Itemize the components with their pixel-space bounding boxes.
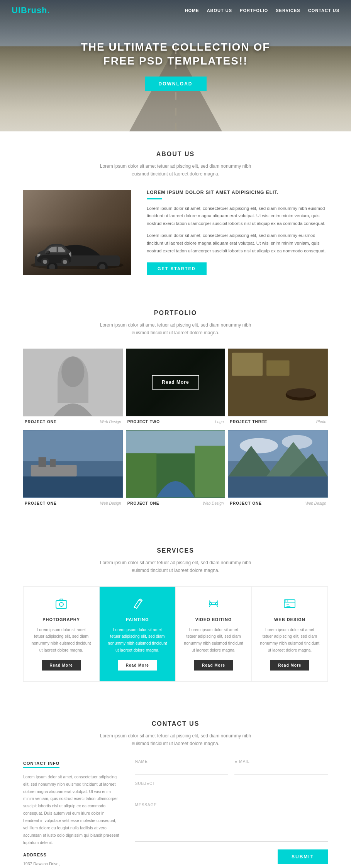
contact-subtitle: Lorem ipsum dolor sit amet tetuer adipis… [98,732,253,748]
portfolio-item-6: PROJECT ONE Web Design [228,430,328,509]
portfolio-caption-5: PROJECT ONE Web Design [126,498,226,509]
about-image [23,190,131,275]
submit-row: SUBMIT [135,849,328,864]
service-title-4: WEB DESIGN [260,617,320,622]
name-label: Name [135,759,229,764]
about-content: LOREM IPSUM DOLOR SIT AMET ADIPISICING E… [23,190,328,275]
message-label: Message [135,803,157,807]
svg-point-7 [61,356,84,387]
svg-point-34 [215,602,218,605]
service-para-2: Lorem ipsum dolor sit amet tetuer adipis… [107,626,167,654]
message-textarea[interactable] [135,811,328,842]
service-title-1: PHOTOGRAPHY [31,617,91,622]
service-read-more-2[interactable]: Read More [118,660,157,671]
svg-point-37 [287,600,288,601]
portfolio-img-1 [23,349,123,416]
nav-contact[interactable]: CONTACT US [308,8,339,13]
svg-point-3 [49,264,55,269]
portfolio-item-1: PROJECT ONE Web Design [23,349,123,427]
svg-point-25 [240,438,278,453]
contact-address: 1937 Dawson Drive, 10th Avenue, Little R… [23,860,120,868]
nav-services[interactable]: SERVICES [276,8,300,13]
svg-point-33 [209,602,212,605]
svg-rect-15 [23,477,123,498]
about-para-1: Lorem ipsum dolor sit amet, consectetuer… [147,205,328,228]
svg-rect-14 [23,431,123,461]
service-title-3: VIDEO EDITING [184,617,244,622]
service-card-3: VIDEO EDITING Lorem ipsum dolor sit amet… [176,586,252,682]
service-read-more-1[interactable]: Read More [42,660,81,671]
portfolio-overlay-2: Read More [126,349,226,416]
form-group-message: Message [135,801,328,843]
web-design-icon [260,597,320,613]
about-section: ABOUT US Lorem ipsum dolor sit amet tetu… [0,131,351,294]
about-heading: LOREM IPSUM DOLOR SIT AMET ADIPISICING E… [147,190,328,195]
portfolio-caption-4: PROJECT ONE Web Design [23,498,123,509]
form-group-subject: Subject [135,779,328,796]
email-input[interactable] [234,765,328,775]
portfolio-caption-3: PROJECT THREE Photo [228,416,328,427]
portfolio-item-2: Read More PROJECT TWO Logo [126,349,226,427]
service-title-2: PAINTING [107,617,167,622]
svg-rect-18 [50,459,56,467]
about-text: LOREM IPSUM DOLOR SIT AMET ADIPISICING E… [147,190,328,275]
services-subtitle: Lorem ipsum dolor sit amet tetuer adipis… [98,559,253,575]
form-group-email: E-Mail [234,759,328,775]
nav-home[interactable]: HOME [185,8,199,13]
service-card-4: WEB DESIGN Lorem ipsum dolor sit amet te… [252,586,328,682]
contact-address-title: Address [23,853,120,857]
services-grid: PHOTOGRAPHY Lorem ipsum dolor sit amet t… [23,586,328,682]
about-subtitle: Lorem ipsum dolor sit amet tetuer adipis… [98,162,253,178]
svg-point-32 [59,602,63,606]
svg-rect-22 [195,446,225,497]
service-para-1: Lorem ipsum dolor sit amet tetuer adipis… [31,626,91,654]
portfolio-section: PORTFOLIO Lorem ipsum dolor sit amet tet… [0,294,351,528]
portfolio-img-5 [126,430,226,498]
contact-layout: CONTACT INFO Lorem ipsum dolor sit amet,… [23,759,328,868]
email-label: E-Mail [234,759,328,764]
nav-about[interactable]: ABOUT US [207,8,232,13]
service-read-more-3[interactable]: Read More [194,660,233,671]
svg-rect-17 [39,457,46,467]
svg-rect-27 [228,477,328,498]
portfolio-item-4: PROJECT ONE Web Design [23,430,123,509]
svg-point-12 [287,388,315,398]
subject-input[interactable] [135,786,328,796]
logo: UIBrush. [12,5,50,15]
portfolio-img-3 [228,349,328,416]
svg-rect-10 [266,360,289,376]
portfolio-title: PORTFOLIO [23,310,328,317]
services-section: SERVICES Lorem ipsum dolor sit amet tetu… [0,528,351,701]
svg-point-36 [285,600,287,601]
about-title: ABOUT US [23,151,328,158]
contact-form: Name E-Mail Subject Message SUBMIT [135,759,328,868]
portfolio-item-3: PROJECT THREE Photo [228,349,328,427]
service-read-more-4[interactable]: Read More [270,660,309,671]
hero-content: THE ULTIMATE COLLECTION OF FREE PSD TEMP… [81,40,270,92]
svg-point-26 [282,435,312,449]
form-group-name: Name [135,759,229,775]
svg-rect-21 [126,453,156,497]
nav-links: HOME ABOUT US PORTFOLIO SERVICES CONTACT… [185,8,339,13]
hero-title: THE ULTIMATE COLLECTION OF FREE PSD TEMP… [81,40,270,68]
about-get-started-button[interactable]: GET STARTED [147,262,207,275]
portfolio-img-6 [228,430,328,498]
contact-info: CONTACT INFO Lorem ipsum dolor sit amet,… [23,759,120,868]
service-para-4: Lorem ipsum dolor sit amet tetuer adipis… [260,626,320,654]
portfolio-caption-6: PROJECT ONE Web Design [228,498,328,509]
svg-rect-31 [56,601,67,608]
services-title: SERVICES [23,547,328,554]
portfolio-grid: PROJECT ONE Web Design Read More PROJECT… [23,349,328,509]
main-nav: UIBrush. HOME ABOUT US PORTFOLIO SERVICE… [0,0,351,21]
name-input[interactable] [135,765,229,775]
video-editing-icon [184,597,244,613]
subject-label: Subject [135,781,156,786]
hero-download-button[interactable]: DOWNLOAD [145,77,207,91]
service-card-1: PHOTOGRAPHY Lorem ipsum dolor sit amet t… [23,586,99,682]
contact-info-title: CONTACT INFO [23,761,59,768]
portfolio-img-4 [23,430,123,498]
submit-button[interactable]: SUBMIT [278,849,328,864]
portfolio-read-more-button[interactable]: Read More [152,375,199,390]
service-card-2: PAINTING Lorem ipsum dolor sit amet tetu… [99,586,175,682]
nav-portfolio[interactable]: PORTFOLIO [240,8,268,13]
